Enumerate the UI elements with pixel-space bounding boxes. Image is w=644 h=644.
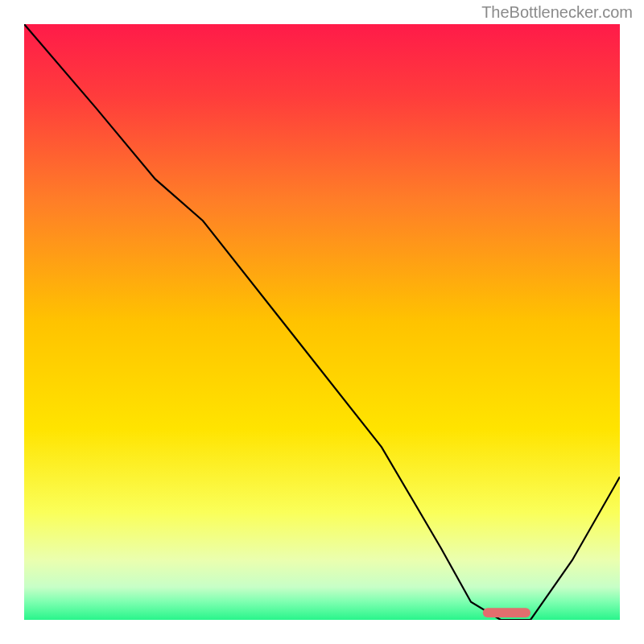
watermark-text: TheBottlenecker.com — [481, 3, 633, 22]
optimal-range-marker — [483, 608, 530, 617]
bottleneck-chart — [24, 24, 620, 620]
chart-background — [24, 24, 620, 620]
